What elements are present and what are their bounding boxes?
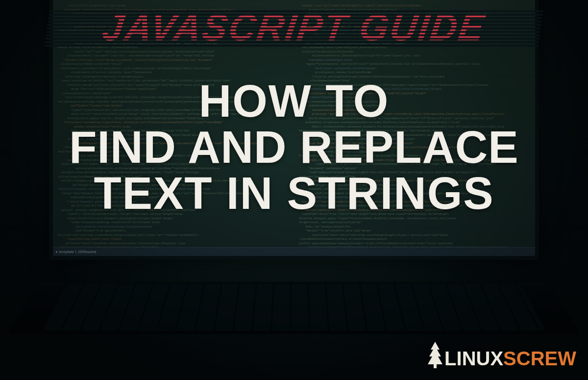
code-background: "return"null()Elementthis:json:merge fal… — [58, 4, 530, 251]
monitor: "return"null()Elementthis:json:merge fal… — [49, 0, 539, 260]
code-column-right: handler.json.text"index"htmltargetthis.t… — [299, 4, 530, 251]
code-column-left: "return"null()Elementthis:json:merge fal… — [58, 4, 289, 251]
keyboard — [7, 282, 580, 334]
taskbar: ▸ template ⟩ JSResolve — [53, 247, 535, 256]
